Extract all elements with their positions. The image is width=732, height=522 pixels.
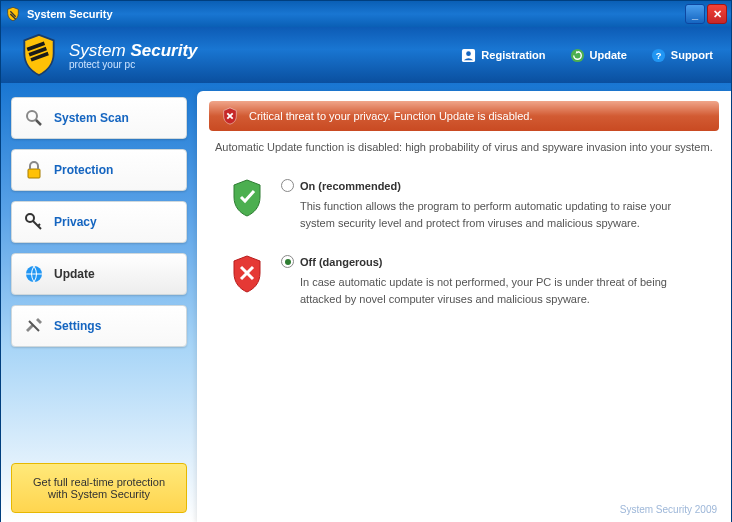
logo-shield-icon <box>19 33 59 77</box>
registration-link[interactable]: Registration <box>461 48 545 63</box>
registration-icon <box>461 48 476 63</box>
shield-on-icon <box>231 179 263 217</box>
window-title: System Security <box>27 8 685 20</box>
svg-text:?: ? <box>655 51 661 61</box>
alert-bar: Critical threat to your privacy. Functio… <box>209 101 719 131</box>
radio-off[interactable] <box>281 255 294 268</box>
sidebar: System Scan Protection Privacy Update Se… <box>1 83 197 522</box>
radio-on[interactable] <box>281 179 294 192</box>
svg-point-1 <box>467 51 472 56</box>
update-icon <box>570 48 585 63</box>
app-shield-icon <box>5 6 21 22</box>
sidebar-item-privacy[interactable]: Privacy <box>11 201 187 243</box>
content-panel: Critical threat to your privacy. Functio… <box>197 91 731 522</box>
footer-text: System Security 2009 <box>620 504 717 515</box>
promo-button[interactable]: Get full real-time protection with Syste… <box>11 463 187 513</box>
support-icon: ? <box>651 48 666 63</box>
option-on-block: On (recommended) This function allows th… <box>197 163 731 239</box>
update-link[interactable]: Update <box>570 48 627 63</box>
option-off-label: Off (dangerous) <box>300 256 383 268</box>
sidebar-item-protection[interactable]: Protection <box>11 149 187 191</box>
sidebar-item-update[interactable]: Update <box>11 253 187 295</box>
app-header: System Security protect your pc Registra… <box>1 27 731 83</box>
alert-shield-icon <box>221 107 239 125</box>
key-icon <box>24 212 44 232</box>
logo-text-a: System <box>69 41 130 60</box>
option-off-block: Off (dangerous) In case automatic update… <box>197 239 731 315</box>
minimize-button[interactable]: _ <box>685 4 705 24</box>
alert-text: Critical threat to your privacy. Functio… <box>249 110 532 122</box>
option-off-desc: In case automatic update is not performe… <box>281 274 701 307</box>
lock-icon <box>24 160 44 180</box>
logo-text-b: Security <box>130 41 197 60</box>
svg-point-8 <box>26 214 34 222</box>
svg-point-2 <box>570 48 583 61</box>
close-button[interactable]: ✕ <box>707 4 727 24</box>
option-on-desc: This function allows the program to perf… <box>281 198 701 231</box>
support-link[interactable]: ? Support <box>651 48 713 63</box>
svg-line-10 <box>38 224 40 226</box>
globe-icon <box>24 264 44 284</box>
app-window: System Security _ ✕ System Security prot… <box>0 0 732 522</box>
svg-line-6 <box>36 120 41 125</box>
sidebar-item-settings[interactable]: Settings <box>11 305 187 347</box>
magnifier-icon <box>24 108 44 128</box>
logo-area: System Security protect your pc <box>19 33 461 77</box>
alert-description: Automatic Update function is disabled: h… <box>197 131 731 163</box>
body-area: System Scan Protection Privacy Update Se… <box>1 83 731 522</box>
tools-icon <box>24 316 44 336</box>
title-bar: System Security _ ✕ <box>1 1 731 27</box>
svg-point-5 <box>27 111 37 121</box>
sidebar-item-scan[interactable]: System Scan <box>11 97 187 139</box>
shield-off-icon <box>231 255 263 293</box>
svg-rect-7 <box>28 169 40 178</box>
option-on-label: On (recommended) <box>300 180 401 192</box>
